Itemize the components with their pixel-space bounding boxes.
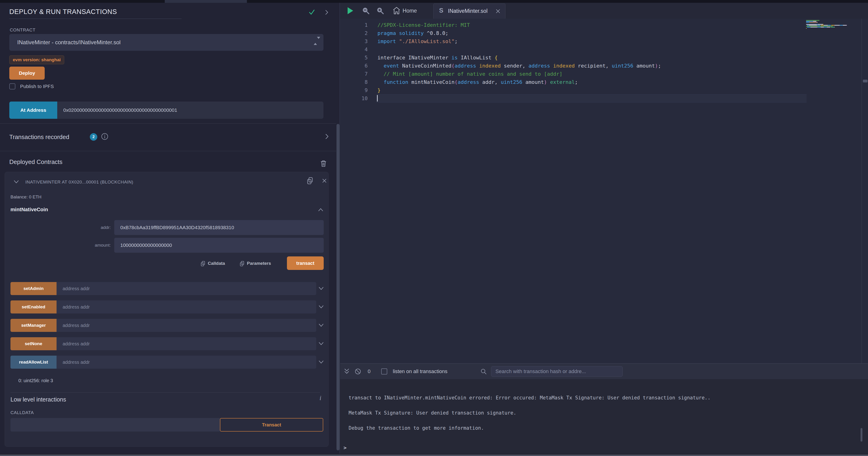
tab-home[interactable]: Home [403, 3, 417, 19]
function-arg-input[interactable] [57, 319, 316, 332]
function-button[interactable]: setManager [10, 319, 57, 332]
panel-editor-divider [340, 3, 340, 454]
copy-icon [200, 261, 206, 267]
publish-ipfs-label: Publish to IPFS [20, 84, 54, 89]
calldata-input[interactable] [10, 418, 220, 431]
close-tab-icon[interactable] [495, 9, 501, 14]
low-level-title: Low level interactions [10, 396, 66, 403]
home-icon[interactable] [393, 7, 400, 15]
window-top-edge [0, 0, 868, 3]
zoom-in-icon[interactable] [376, 7, 384, 15]
transactions-expand-icon[interactable] [323, 133, 330, 140]
function-button[interactable]: setEnabled [10, 301, 57, 313]
close-icon[interactable] [322, 178, 327, 183]
editor-tabbar: Home S INativeMinter.sol [340, 3, 868, 19]
panel-title: DEPLOY & RUN TRANSACTIONS [9, 8, 117, 16]
expanded-function-name: mintNativeCoin [10, 206, 48, 212]
collapse-panel-icon[interactable] [323, 9, 330, 16]
chevron-up-icon[interactable] [318, 207, 324, 212]
contract-function-row: setAdmin [5, 282, 329, 295]
deploy-button[interactable]: Deploy [9, 66, 45, 80]
function-arg-input[interactable] [57, 301, 316, 313]
instance-title: INATIVEMINTER AT 0X020...00001 (BLOCKCHA… [25, 179, 133, 185]
function-arg-input[interactable] [57, 282, 316, 295]
chevron-down-icon[interactable] [318, 341, 324, 346]
copy-calldata-label: Calldata [208, 261, 225, 266]
copy-calldata-button[interactable]: Calldata [200, 261, 225, 267]
deployed-contracts-title: Deployed Contracts [9, 159, 62, 166]
remix-app: DEPLOY & RUN TRANSACTIONS CONTRACT INati… [0, 0, 868, 456]
trash-icon[interactable] [320, 160, 327, 167]
contract-function-row: setManager [5, 319, 329, 332]
listen-transactions-label: listen on all transactions [393, 364, 447, 379]
contract-select-value: INativeMinter - contracts/INativeMinter.… [17, 34, 121, 51]
function-param-row: addr: [5, 220, 329, 235]
tab-label: INativeMinter.sol [448, 4, 488, 19]
clear-console-icon[interactable] [354, 368, 361, 375]
select-arrows-icon [314, 39, 317, 46]
chevron-down-icon[interactable] [318, 304, 324, 310]
copy-icon[interactable] [307, 177, 313, 185]
publish-ipfs-checkbox[interactable] [9, 83, 16, 89]
function-button[interactable]: setNone [10, 337, 57, 350]
param-label: addr: [5, 220, 111, 235]
divider [0, 123, 336, 124]
balance-label: Balance: 0 ETH [10, 195, 41, 200]
editor-scrollbar-thumb[interactable] [863, 80, 868, 82]
chevron-down-icon[interactable] [318, 323, 324, 328]
divider [0, 151, 336, 151]
function-arg-input[interactable] [57, 337, 316, 350]
text-cursor [377, 95, 378, 102]
contract-label: CONTRACT [10, 27, 35, 33]
chevron-down-icon[interactable] [13, 179, 19, 184]
terminal: 0 listen on all transactions transact to… [340, 363, 868, 454]
transact-button[interactable]: transact [287, 256, 324, 270]
terminal-prompt[interactable]: > [343, 445, 346, 451]
param-input[interactable] [114, 238, 324, 253]
function-button[interactable]: setAdmin [10, 282, 57, 295]
chevron-down-icon[interactable] [318, 286, 324, 291]
code-editor[interactable]: 12345678910 //SPDX-License-Identifier: M… [340, 19, 868, 363]
search-icon [480, 368, 487, 375]
function-return-value: 0: uint256: role 3 [19, 378, 53, 383]
function-arg-input[interactable] [57, 355, 316, 369]
window-top-highlight [165, 0, 247, 3]
copy-parameters-button[interactable]: Parameters [240, 261, 271, 267]
function-param-row: amount: [5, 238, 329, 253]
info-icon [101, 133, 108, 140]
evm-version-badge: evm version: shanghai [9, 55, 64, 64]
param-label: amount: [5, 238, 111, 253]
copy-icon [240, 261, 245, 267]
zoom-out-icon[interactable] [362, 7, 370, 15]
contract-select[interactable]: INativeMinter - contracts/INativeMinter.… [9, 34, 323, 51]
transactions-recorded-label: Transactions recorded [9, 134, 69, 141]
at-address-input[interactable] [57, 102, 323, 119]
divider [10, 392, 320, 393]
tab-inativeminter-sol[interactable]: S INativeMinter.sol [433, 3, 505, 19]
solidity-file-icon: S [439, 7, 443, 14]
editor-minimap[interactable] [806, 20, 862, 50]
run-script-play-icon[interactable] [347, 6, 354, 15]
window-bottom-border [0, 455, 868, 456]
at-address-button[interactable]: At Address [9, 102, 57, 119]
transactions-count-badge: 2 [90, 133, 97, 141]
contract-function-row: setNone [5, 337, 329, 350]
title-underline [9, 19, 182, 19]
terminal-toolbar: 0 listen on all transactions [340, 364, 868, 379]
collapse-terminal-icon[interactable] [343, 368, 350, 375]
terminal-search-input[interactable] [491, 366, 623, 377]
param-input[interactable] [114, 220, 324, 235]
minimap-divider [862, 19, 862, 363]
chevron-down-icon[interactable] [318, 360, 324, 365]
panel-scrollbar[interactable] [337, 124, 340, 450]
terminal-scrollbar-thumb[interactable] [861, 428, 862, 441]
low-level-transact-button[interactable]: Transact [220, 418, 323, 431]
current-line-highlight [376, 94, 807, 103]
pending-tx-count: 0 [368, 364, 370, 379]
listen-transactions-checkbox[interactable] [381, 368, 387, 374]
deployed-contract-card: INATIVEMINTER AT 0X020...00001 (BLOCKCHA… [5, 172, 329, 447]
function-button[interactable]: readAllowList [10, 355, 57, 369]
info-icon: i [319, 394, 321, 402]
plugin-active-check-icon [308, 8, 316, 16]
deploy-run-panel: DEPLOY & RUN TRANSACTIONS CONTRACT INati… [0, 3, 336, 454]
